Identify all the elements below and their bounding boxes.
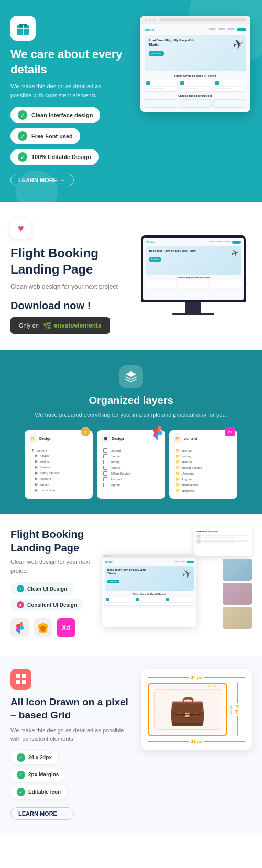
figma-logo [14,622,26,634]
icon-grid-with-side: 22 px 22 px 💼 24 px [148,683,245,736]
imac-hero-section: Book Your Flight By Easy With Tiketin ✈ … [146,246,241,275]
imac-navbar: Tiketin [146,241,241,244]
spec-badge-1: ✓ 24 x 24px [10,751,58,764]
figma-layer-setting: setting [101,460,161,464]
section-features: Flight Booking Landing Page Clean web de… [0,514,262,656]
layer-text: transaction [182,483,198,487]
preview-nav-items [174,561,194,563]
browser-dot [110,555,111,557]
folder-icon: 📁 [176,471,180,476]
learn-more-button[interactable]: LEARN MORE → [10,174,74,186]
folder-icon: ▶ [35,465,38,469]
inner-dim-right: 22 px [229,704,233,715]
layer-text: setting [40,460,49,463]
layer-text: Account [111,478,122,481]
layer-item-transaction: ▶ transaction [29,488,89,492]
layer-text: navbar [182,449,192,452]
sketch-panel-name: Design [39,437,51,441]
imac-screen-inner: Tiketin Book Your Flight By Easy With Ti… [143,238,244,300]
learn-more-dark-button[interactable]: LEARN MORE → [10,807,74,820]
figma-layer-items: content navbar setting feature Billing S… [101,448,161,487]
card-line-3 [180,86,210,87]
nav-link-2 [218,28,225,30]
figma-checkbox [103,460,107,464]
imac-screen-content: Tiketin Book Your Flight By Easy With Ti… [143,238,244,300]
layer-text: Billing Service [111,472,130,475]
hero-desc: We make this design as detailed as possi… [10,82,105,99]
section-product-left: ♥ Flight Booking Landing Page Clean web … [10,218,127,333]
card-icon [136,598,139,601]
folder-icon: ▶ [35,488,38,492]
mockup-cards [145,80,246,91]
preview-navbar: Tiketin [105,560,194,563]
nav-line [180,561,185,562]
folder-icon: ▶ [35,459,38,464]
footer-card-2 [179,99,212,108]
card-icon-2 [180,81,184,85]
envato-button[interactable]: Only on 🌿 envatoelements [10,317,110,334]
layer-text: transaction [40,489,55,492]
hero-title: We care about every details [10,47,127,77]
footer-card-1 [145,99,178,108]
check-icon-3: ✓ [18,152,27,162]
folder-icon: ▶ [35,477,38,481]
folder-icon: ▶ [35,454,38,458]
imac-nav-link-2 [216,241,223,242]
browser-url-bar [160,18,246,21]
xd-panel-name: content [184,437,197,441]
text-line [202,542,235,543]
heart-icon: ♥ [18,222,24,234]
browser-mockup: Tiketin Book Your Flight By Easy With Ti… [140,16,250,112]
layer-item: ▼ content [29,448,89,452]
section-product: ♥ Flight Booking Landing Page Clean web … [0,202,262,349]
package-icon [10,16,36,41]
layer-item-navbar: ▶ navbar [29,454,89,458]
mockup-navbar: Tiketin [145,28,246,31]
nav-cta [237,28,246,31]
xd-layer-billing: 📁 Billing Service [173,466,233,470]
envato-logo: 🌿 envatoelements [43,321,102,330]
xd-layer-account: 📁 Account [173,471,233,476]
consistent-ui-badge: ● Consitent UI Design [10,599,83,611]
dim-line-bottom [237,716,238,736]
dimension-label-top: 24 px [148,675,245,680]
figma-badge [153,426,162,435]
grid-icon [15,673,27,685]
dim-line-right [204,677,245,678]
section-layers: Organized layers We have prepared everyt… [0,350,262,515]
mockup-cta-button: Find Ticket [149,51,164,56]
mockup-nav-links [209,28,246,31]
testimonial-item-2 [196,539,249,544]
imac-card-3 [210,280,241,288]
spec-badge-2: ✓ 2px Margins [10,768,65,782]
outer-grid-box: 22 px 22 px 💼 [148,683,227,736]
section-hero-right: Tiketin Book Your Flight By Easy With Ti… [135,16,252,112]
clean-ui-icon: + [17,585,24,592]
sketch-panel-header: 📁 Design [29,434,89,445]
check-icon-2: ✓ [18,131,27,141]
nav-btn [187,561,194,563]
inner-dim-top: 22 px [206,684,217,688]
figma-panel: ⊞ Design content navbar setting [97,430,165,499]
tool-icons-row: Xd [10,618,94,637]
footer-card-3 [213,99,246,108]
dim-line-top [237,683,238,703]
xd-panel-header: 📂 content [173,434,233,445]
card-icon-3 [215,81,219,85]
main-browser-preview: Tiketin Book Your Flight By Easy With Ti… [102,554,196,627]
imac-nav-link-1 [209,241,215,242]
sketch-badge [81,427,90,436]
icon-grid-container: 22 px 22 px 💼 [148,683,227,736]
layer-text: log out [40,483,49,486]
xd-layer-setting: 📁 setting [173,454,233,458]
imac-mockup: Tiketin Book Your Flight By Easy With Ti… [141,235,246,315]
card-line-2 [146,88,164,89]
section-features-left: Flight Booking Landing Page Clean web de… [10,527,94,637]
figma-tool-icon [10,618,29,637]
card-icon-1 [146,81,150,85]
consistent-ui-icon: ● [17,601,24,608]
section-features-right: What Our Clients Say [102,527,252,642]
preview-logo: Tiketin [105,560,113,563]
airplane-decoration: ✈ [231,36,245,53]
testimonial-content-2 [202,540,249,543]
